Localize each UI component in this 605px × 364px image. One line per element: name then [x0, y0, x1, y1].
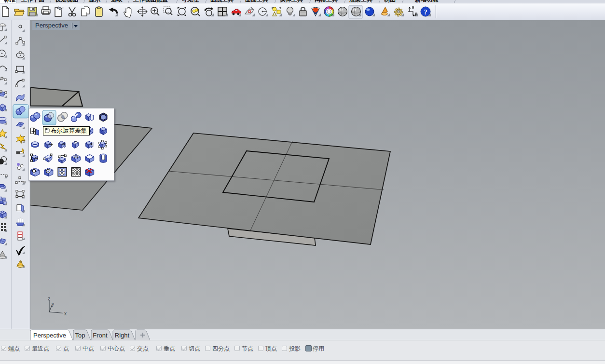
- svg-text:?: ?: [424, 8, 427, 16]
- svg-text:Front: Front: [93, 332, 108, 339]
- svg-text:Top: Top: [75, 332, 85, 339]
- svg-text:x: x: [64, 311, 67, 316]
- svg-text:y: y: [52, 301, 54, 307]
- svg-text:z: z: [48, 296, 50, 301]
- svg-text:Right: Right: [115, 332, 130, 339]
- svg-text:Perspective: Perspective: [33, 332, 66, 339]
